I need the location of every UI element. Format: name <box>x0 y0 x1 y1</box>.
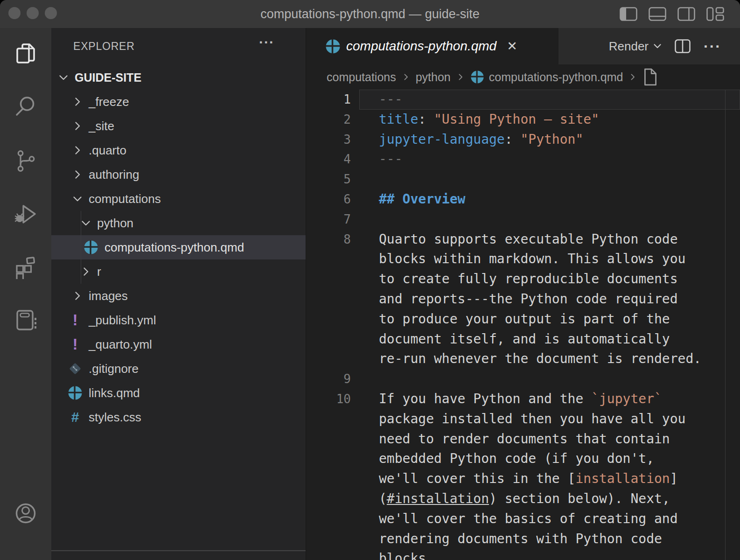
customize-layout-icon[interactable] <box>706 7 724 21</box>
line-text: we'll cover this in the [installation] <box>379 469 740 489</box>
tree-folder-images[interactable]: images <box>51 284 306 308</box>
code-line[interactable]: rendering documents with Python code <box>306 529 740 549</box>
tree-item-label: .gitignore <box>89 362 139 376</box>
toggle-secondary-sidebar-icon[interactable] <box>677 7 695 21</box>
tree-folder-computations[interactable]: computations <box>51 187 306 211</box>
tree-item-label: images <box>89 289 128 303</box>
tree-folder-_freeze[interactable]: _freeze <box>51 90 306 114</box>
line-number: 9 <box>306 369 351 389</box>
chevron-down-icon <box>72 193 83 204</box>
code-editor[interactable]: 1---2title: "Using Python — site"3jupyte… <box>306 90 740 560</box>
code-line[interactable]: we'll cover this in the [installation] <box>306 469 740 489</box>
tree-item-label: r <box>97 265 101 279</box>
quarto-icon <box>67 386 83 400</box>
line-text: blocks <box>379 549 740 560</box>
line-text: we'll cover the basics of creating and <box>379 509 740 529</box>
breadcrumb-label: computations-python.qmd <box>489 70 623 84</box>
breadcrumb: computationspythoncomputations-python.qm… <box>306 64 740 90</box>
notebook-icon[interactable] <box>14 308 38 332</box>
breadcrumb-label: python <box>416 70 451 84</box>
toggle-primary-sidebar-icon[interactable] <box>620 7 637 21</box>
line-number: 3 <box>306 130 351 150</box>
css-icon: # <box>67 409 83 425</box>
title-bar: computations-python.qmd — guide-site <box>0 0 740 28</box>
code-line[interactable]: 1--- <box>306 90 740 110</box>
tree-item-label: computations-python.qmd <box>105 240 244 255</box>
account-icon[interactable] <box>14 501 38 525</box>
breadcrumb-item-computations-python.qmd[interactable]: computations-python.qmd <box>470 70 623 84</box>
tree-item-label: links.qmd <box>89 386 140 400</box>
code-line[interactable]: 2title: "Using Python — site" <box>306 110 740 130</box>
code-line[interactable]: blocks within markdown. This allows you <box>306 249 740 269</box>
code-line[interactable]: (#installation) section below). Next, <box>306 489 740 509</box>
tree-folder-.quarto[interactable]: .quarto <box>51 138 306 162</box>
code-line[interactable]: we'll cover the basics of creating and <box>306 509 740 529</box>
source-control-icon[interactable] <box>14 149 38 173</box>
code-line[interactable]: and reports---the Python code required <box>306 289 740 309</box>
tree-file-_publish.yml[interactable]: !_publish.yml <box>51 308 306 332</box>
line-number: 5 <box>306 169 351 189</box>
code-line[interactable]: 3jupyter-language: "Python" <box>306 130 740 150</box>
layout-controls <box>620 0 724 28</box>
code-line[interactable]: 10If you have Python and the `jupyter` <box>306 389 740 409</box>
tree-item-label: _site <box>89 119 114 133</box>
quarto-icon <box>83 240 99 254</box>
code-line[interactable]: to create fully reproducible documents <box>306 269 740 289</box>
tree-file-computations-python.qmd[interactable]: computations-python.qmd <box>51 235 306 259</box>
code-line[interactable]: 7 <box>306 210 740 230</box>
line-text: and reports---the Python code required <box>379 289 740 309</box>
code-line[interactable]: need to render documents that contain <box>306 429 740 449</box>
tree-folder-authoring[interactable]: authoring <box>51 162 306 187</box>
line-text: ## Overview <box>379 189 740 210</box>
code-line[interactable]: 4--- <box>306 149 740 169</box>
extensions-icon[interactable] <box>14 255 38 279</box>
tree-item-label: styles.css <box>89 410 141 425</box>
code-line[interactable]: 6## Overview <box>306 189 740 210</box>
breadcrumb-separator-icon <box>456 73 465 81</box>
code-line[interactable]: blocks <box>306 549 740 560</box>
code-line[interactable]: package installed then you have all you <box>306 409 740 429</box>
code-line[interactable]: 5 <box>306 169 740 189</box>
split-editor-icon[interactable] <box>675 39 691 53</box>
tree-item-label: authoring <box>89 168 139 182</box>
line-text: (#installation) section below). Next, <box>379 489 740 509</box>
line-text: document itself, and is automatically <box>379 329 740 350</box>
line-number: 4 <box>306 149 351 169</box>
tab-bar: computations-python.qmd ✕ Render ··· <box>306 28 740 64</box>
editor-more-actions-icon[interactable]: ··· <box>704 38 721 55</box>
toggle-panel-icon[interactable] <box>649 7 666 21</box>
code-line[interactable]: 8Quarto supports executable Python code <box>306 230 740 250</box>
explorer-icon[interactable] <box>14 42 38 66</box>
render-button[interactable]: Render <box>609 39 662 54</box>
quarto-icon <box>325 39 341 54</box>
breadcrumb-item-python[interactable]: python <box>416 70 451 84</box>
code-line[interactable]: re-run whenever the document is rendered… <box>306 349 740 369</box>
tree-folder-_site[interactable]: _site <box>51 114 306 138</box>
outline-section-header[interactable]: OUTLINE <box>58 555 124 560</box>
run-and-debug-icon[interactable] <box>14 202 38 226</box>
search-icon[interactable] <box>14 94 38 119</box>
tree-file-styles.css[interactable]: #styles.css <box>51 405 306 429</box>
tree-indent-guide <box>81 211 81 284</box>
code-line[interactable]: document itself, and is automatically <box>306 329 740 350</box>
line-text: blocks within markdown. This allows you <box>379 249 740 269</box>
breadcrumb-item-computations[interactable]: computations <box>327 70 396 84</box>
explorer-header: EXPLORER ··· <box>51 28 306 65</box>
tab-computations-python[interactable]: computations-python.qmd ✕ <box>306 28 558 64</box>
tree-folder-r[interactable]: r <box>51 259 306 284</box>
breadcrumb-separator-icon <box>402 73 410 81</box>
code-line[interactable]: embedded Python code (if you don't, <box>306 449 740 469</box>
tree-folder-python[interactable]: python <box>51 211 306 235</box>
breadcrumb-item-file[interactable] <box>642 68 663 86</box>
code-line[interactable]: 9 <box>306 369 740 389</box>
tree-root-GUIDE-SITE[interactable]: GUIDE-SITE <box>51 65 306 90</box>
yaml-icon: ! <box>67 312 83 328</box>
explorer-more-actions-icon[interactable]: ··· <box>259 35 274 50</box>
tree-file-links.qmd[interactable]: links.qmd <box>51 381 306 405</box>
editor-actions: Render ··· <box>609 28 740 64</box>
code-line[interactable]: to produce your output is part of the <box>306 309 740 329</box>
tree-file-_quarto.yml[interactable]: !_quarto.yml <box>51 332 306 357</box>
tree-file-.gitignore[interactable]: .gitignore <box>51 357 306 381</box>
line-number: 10 <box>306 389 351 409</box>
close-tab-icon[interactable]: ✕ <box>507 39 517 54</box>
